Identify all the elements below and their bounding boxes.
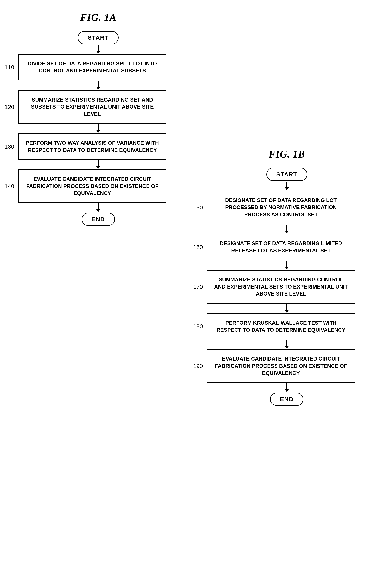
fig1a-end-oval: END xyxy=(81,212,115,226)
step-label-140: 140 xyxy=(4,183,14,189)
step-row-180: 180 PERFORM KRUSKAL-WALLACE TEST WITH RE… xyxy=(207,313,367,340)
step-row-150: 150 DESIGNATE SET OF DATA REGARDING LOT … xyxy=(207,191,367,224)
arrow-1a xyxy=(96,81,100,90)
arrow-0b xyxy=(285,181,289,191)
fig1b-flow: START 150 DESIGNATE SET OF DATA REGARDIN… xyxy=(204,168,370,406)
step-label-160: 160 xyxy=(193,244,203,251)
fig1a-start-oval: START xyxy=(78,31,119,44)
fig1b-start-oval: START xyxy=(266,168,307,181)
arrow-5b xyxy=(285,383,289,393)
flow-box-160: DESIGNATE SET OF DATA REGARDING LIMITED … xyxy=(207,234,355,260)
page: FIG. 1A START 110 DIVIDE SET OF DATA REG… xyxy=(0,0,385,588)
fig1b-column: FIG. 1B START 150 DESIGNATE SET OF DATA … xyxy=(193,137,385,588)
flow-box-130: PERFORM TWO-WAY ANALYSIS OF VARIANCE WIT… xyxy=(18,133,166,160)
arrow-3a xyxy=(96,160,100,169)
arrow-3b xyxy=(285,304,289,313)
flow-box-120: SUMMARIZE STATISTICS REGARDING SET AND S… xyxy=(18,90,166,124)
flow-box-180: PERFORM KRUSKAL-WALLACE TEST WITH RESPEC… xyxy=(207,313,355,340)
step-row-170: 170 SUMMARIZE STATISTICS REGARDING CONTR… xyxy=(207,270,367,303)
flow-box-110: DIVIDE SET OF DATA REGARDING SPLIT LOT I… xyxy=(18,54,166,81)
step-label-150: 150 xyxy=(193,204,203,211)
flow-box-190: EVALUATE CANDIDATE INTEGRATED CIRCUIT FA… xyxy=(207,349,355,383)
step-label-170: 170 xyxy=(193,283,203,290)
step-row-130: 130 PERFORM TWO-WAY ANALYSIS OF VARIANCE… xyxy=(18,133,178,160)
flow-box-150: DESIGNATE SET OF DATA REGARDING LOT PROC… xyxy=(207,191,355,224)
fig1b-end-oval: END xyxy=(270,393,304,406)
step-label-120: 120 xyxy=(4,104,14,110)
arrow-2b xyxy=(285,260,289,270)
fig1a-title: FIG. 1A xyxy=(80,12,116,23)
fig1a-column: FIG. 1A START 110 DIVIDE SET OF DATA REG… xyxy=(0,0,193,588)
arrow-4b xyxy=(285,339,289,349)
arrow-4a xyxy=(96,203,100,212)
step-row-140: 140 EVALUATE CANDIDATE INTEGRATED CIRCUI… xyxy=(18,169,178,203)
step-row-110: 110 DIVIDE SET OF DATA REGARDING SPLIT L… xyxy=(18,54,178,81)
step-row-160: 160 DESIGNATE SET OF DATA REGARDING LIMI… xyxy=(207,234,367,260)
step-row-120: 120 SUMMARIZE STATISTICS REGARDING SET A… xyxy=(18,90,178,124)
step-label-180: 180 xyxy=(193,323,203,330)
arrow-1b xyxy=(285,224,289,234)
step-label-110: 110 xyxy=(4,64,14,70)
step-label-130: 130 xyxy=(4,143,14,150)
step-row-190: 190 EVALUATE CANDIDATE INTEGRATED CIRCUI… xyxy=(207,349,367,383)
step-label-190: 190 xyxy=(193,363,203,369)
arrow-2a xyxy=(96,124,100,133)
flow-box-140: EVALUATE CANDIDATE INTEGRATED CIRCUIT FA… xyxy=(18,169,166,203)
fig1b-title: FIG. 1B xyxy=(269,148,305,160)
flow-box-170: SUMMARIZE STATISTICS REGARDING CONTROL A… xyxy=(207,270,355,303)
arrow-0a xyxy=(96,44,100,54)
fig1a-flow: START 110 DIVIDE SET OF DATA REGARDING S… xyxy=(16,31,181,226)
